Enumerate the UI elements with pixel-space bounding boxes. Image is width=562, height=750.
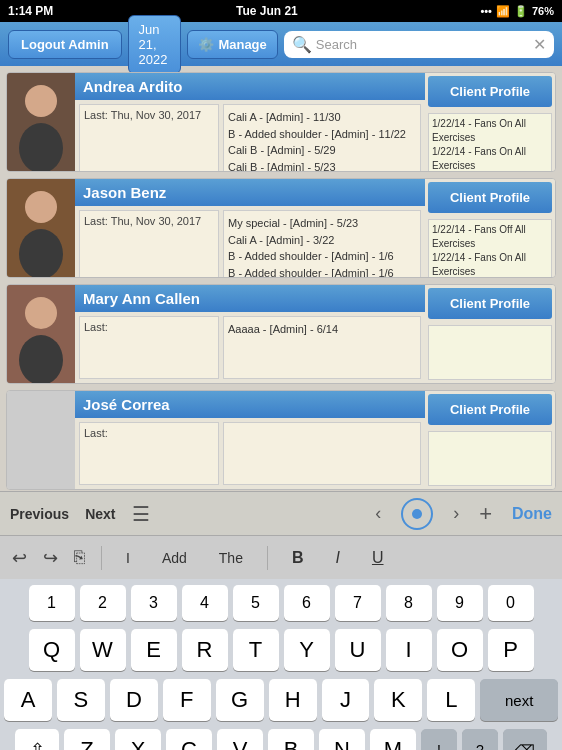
key-4[interactable]: 4 <box>182 585 228 621</box>
key-j[interactable]: J <box>322 679 370 721</box>
key-o[interactable]: O <box>437 629 483 671</box>
key-f[interactable]: F <box>163 679 211 721</box>
previous-button[interactable]: Previous <box>10 506 69 522</box>
client-last-mary-ann-callen: Last: <box>79 316 219 379</box>
key-z[interactable]: Z <box>64 729 110 750</box>
logout-button[interactable]: Logout Admin <box>8 30 122 59</box>
key-8[interactable]: 8 <box>386 585 432 621</box>
client-name-jose-correa[interactable]: José Correa <box>75 391 425 418</box>
key-s[interactable]: S <box>57 679 105 721</box>
done-button[interactable]: Done <box>512 505 552 523</box>
client-name-andrea-ardito[interactable]: Andrea Ardito <box>75 73 425 100</box>
key-u[interactable]: U <box>335 629 381 671</box>
italic-button[interactable]: I <box>328 545 348 571</box>
client-profile-notes-jason-benz: 1/22/14 - Fans Off All Exercises1/22/14 … <box>428 219 552 278</box>
key-a[interactable]: A <box>4 679 52 721</box>
key-w[interactable]: W <box>80 629 126 671</box>
client-profile-notes-jose-correa <box>428 431 552 486</box>
left-arrow-icon[interactable]: ‹ <box>375 503 381 524</box>
client-main-jason-benz: Jason BenzLast: Thu, Nov 30, 2017My spec… <box>75 179 425 277</box>
search-label: Search <box>316 37 357 52</box>
client-profile-notes-andrea-ardito: 1/22/14 - Fans On All Exercises1/22/14 -… <box>428 113 552 172</box>
key-5[interactable]: 5 <box>233 585 279 621</box>
client-workouts-jason-benz: My special - [Admin] - 5/23Cali A - [Adm… <box>223 210 421 278</box>
search-clear-icon[interactable]: ✕ <box>533 35 546 54</box>
key-x[interactable]: X <box>115 729 161 750</box>
key-n[interactable]: N <box>319 729 365 750</box>
zxcv-row: ⇧ Z X C V B N M ! ? ⌫ <box>4 729 558 750</box>
key-q[interactable]: Q <box>29 629 75 671</box>
copy-icon[interactable]: ⎘ <box>74 547 85 568</box>
key-6[interactable]: 6 <box>284 585 330 621</box>
next-button[interactable]: Next <box>85 506 115 522</box>
search-container: 🔍 Search ✕ <box>284 31 554 58</box>
key-9[interactable]: 9 <box>437 585 483 621</box>
search-input[interactable] <box>361 37 529 52</box>
client-profile-button-andrea-ardito[interactable]: Client Profile <box>428 76 552 107</box>
client-name-jason-benz[interactable]: Jason Benz <box>75 179 425 206</box>
right-arrow-icon[interactable]: › <box>453 503 459 524</box>
mic-button[interactable] <box>401 498 433 530</box>
status-day: Tue Jun 21 <box>236 4 298 18</box>
client-last-andrea-ardito: Last: Thu, Nov 30, 2017 <box>79 104 219 172</box>
client-profile-button-jason-benz[interactable]: Client Profile <box>428 182 552 213</box>
insert-i-label[interactable]: I <box>118 546 138 570</box>
key-3[interactable]: 3 <box>131 585 177 621</box>
manage-label: Manage <box>218 37 266 52</box>
battery-percent: 76% <box>532 5 554 17</box>
shift-key[interactable]: ⇧ <box>15 729 59 750</box>
key-m[interactable]: M <box>370 729 416 750</box>
key-p[interactable]: P <box>488 629 534 671</box>
add-button[interactable]: Add <box>154 546 195 570</box>
key-r[interactable]: R <box>182 629 228 671</box>
key-7[interactable]: 7 <box>335 585 381 621</box>
bold-button[interactable]: B <box>284 545 312 571</box>
client-profile-col-jose-correa: Client Profile <box>425 391 555 489</box>
the-button[interactable]: The <box>211 546 251 570</box>
search-icon: 🔍 <box>292 35 312 54</box>
client-workouts-andrea-ardito: Cali A - [Admin] - 11/30B - Added should… <box>223 104 421 172</box>
underline-button[interactable]: U <box>364 545 392 571</box>
manage-button[interactable]: ⚙️ Manage <box>187 30 277 59</box>
backspace-key[interactable]: ⌫ <box>503 729 547 750</box>
key-i[interactable]: I <box>386 629 432 671</box>
workout-entry: Cali B - [Admin] - 5/29 <box>228 142 416 159</box>
key-2[interactable]: 2 <box>80 585 126 621</box>
qwerty-row: Q W E R T Y U I O P <box>4 629 558 671</box>
key-0[interactable]: 0 <box>488 585 534 621</box>
format-bar: ↩ ↪ ⎘ I Add The B I U <box>0 535 562 579</box>
key-k[interactable]: K <box>374 679 422 721</box>
client-row-jason-benz: Jason BenzLast: Thu, Nov 30, 2017My spec… <box>6 178 556 278</box>
nav-date: Jun 21, 2022 <box>128 15 182 74</box>
profile-note: 1/22/14 - Fans On All Exercises <box>432 117 548 145</box>
client-profile-button-mary-ann-callen[interactable]: Client Profile <box>428 288 552 319</box>
key-b[interactable]: B <box>268 729 314 750</box>
client-main-mary-ann-callen: Mary Ann CallenLast:Aaaaa - [Admin] - 6/… <box>75 285 425 383</box>
asdf-row: A S D F G H J K L next <box>4 679 558 721</box>
key-y[interactable]: Y <box>284 629 330 671</box>
key-e[interactable]: E <box>131 629 177 671</box>
client-profile-button-jose-correa[interactable]: Client Profile <box>428 394 552 425</box>
key-v[interactable]: V <box>217 729 263 750</box>
client-main-jose-correa: José CorreaLast: <box>75 391 425 489</box>
key-l[interactable]: L <box>427 679 475 721</box>
key-g[interactable]: G <box>216 679 264 721</box>
edit-toolbar: Previous Next ☰ ‹ › + Done <box>0 491 562 535</box>
key-exclaim[interactable]: ! <box>421 729 457 750</box>
redo-icon[interactable]: ↪ <box>43 547 58 569</box>
content-area: Andrea ArditoLast: Thu, Nov 30, 2017Cali… <box>0 66 562 491</box>
next-key[interactable]: next <box>480 679 558 721</box>
client-name-mary-ann-callen[interactable]: Mary Ann Callen <box>75 285 425 312</box>
client-profile-col-andrea-ardito: Client Profile1/22/14 - Fans On All Exer… <box>425 73 555 171</box>
key-1[interactable]: 1 <box>29 585 75 621</box>
undo-icon[interactable]: ↩ <box>12 547 27 569</box>
key-t[interactable]: T <box>233 629 279 671</box>
plus-icon[interactable]: + <box>479 501 492 527</box>
add-list-icon[interactable]: ☰ <box>132 502 150 526</box>
key-question[interactable]: ? <box>462 729 498 750</box>
nav-bar: Logout Admin Jun 21, 2022 ⚙️ Manage 🔍 Se… <box>0 22 562 66</box>
key-d[interactable]: D <box>110 679 158 721</box>
key-c[interactable]: C <box>166 729 212 750</box>
key-h[interactable]: H <box>269 679 317 721</box>
svg-point-2 <box>19 123 63 172</box>
